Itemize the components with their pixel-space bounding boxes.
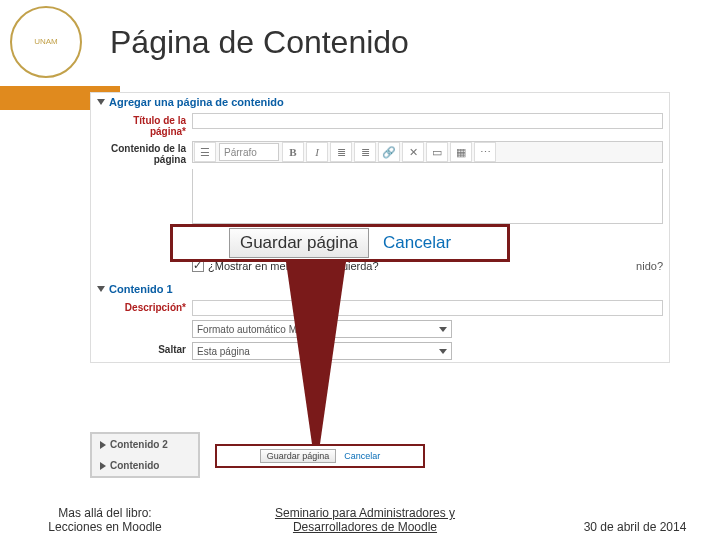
link-icon[interactable]: 🔗 <box>378 142 400 162</box>
content-editor[interactable] <box>192 169 663 224</box>
chevron-right-icon <box>100 441 106 449</box>
section-content-1[interactable]: Contenido 1 <box>91 280 669 298</box>
section-label: Agregar una página de contenido <box>109 96 284 108</box>
slide-footer: Mas allá del libro: Lecciones en Moodle … <box>0 506 720 534</box>
media-icon[interactable]: ▦ <box>450 142 472 162</box>
chevron-down-icon <box>439 327 447 332</box>
callout-pointer <box>286 262 346 458</box>
section-content[interactable]: Contenido <box>94 457 196 474</box>
bottom-button-row: Guardar página Cancelar <box>215 444 425 468</box>
cancel-link-small[interactable]: Cancelar <box>344 451 380 461</box>
chevron-down-icon <box>439 349 447 354</box>
unlink-icon[interactable]: ✕ <box>402 142 424 162</box>
slide-title: Página de Contenido <box>110 24 409 61</box>
page-content-label: Contenido de la página <box>97 141 192 165</box>
section-add-content-page[interactable]: Agregar una página de contenido <box>91 93 669 111</box>
unam-logo: UNAM <box>10 6 82 78</box>
footer-center-2: Desarrolladores de Moodle <box>180 520 550 534</box>
page-title-input[interactable] <box>192 113 663 129</box>
description-label: Descripción* <box>97 300 192 313</box>
footer-left-2: Lecciones en Moodle <box>30 520 180 534</box>
save-callout: Guardar página Cancelar <box>170 224 510 262</box>
toolbar-btn[interactable]: ☰ <box>194 142 216 162</box>
number-list-icon[interactable]: ≣ <box>354 142 376 162</box>
chevron-down-icon <box>97 99 105 105</box>
italic-icon[interactable]: I <box>306 142 328 162</box>
collapsed-sections-box: Contenido 2 Contenido <box>90 432 200 478</box>
more-icon[interactable]: ⋯ <box>474 142 496 162</box>
jump-label: Saltar <box>97 342 192 355</box>
bullet-list-icon[interactable]: ≣ <box>330 142 352 162</box>
section-label: Contenido 1 <box>109 283 173 295</box>
cancel-link[interactable]: Cancelar <box>383 233 451 253</box>
page-title-label: Título de la página* <box>97 113 192 137</box>
bold-icon[interactable]: B <box>282 142 304 162</box>
truncated-label: nido? <box>636 260 663 272</box>
save-page-button[interactable]: Guardar página <box>229 228 369 258</box>
chevron-down-icon <box>97 286 105 292</box>
section-content-2[interactable]: Contenido 2 <box>94 436 196 453</box>
footer-left-1: Mas allá del libro: <box>30 506 180 520</box>
paragraph-select[interactable]: Párrafo <box>219 143 279 161</box>
footer-center-1: Seminario para Administradores y <box>180 506 550 520</box>
description-input[interactable] <box>192 300 663 316</box>
chevron-right-icon <box>100 462 106 470</box>
footer-date: 30 de abril de 2014 <box>550 520 720 534</box>
save-page-button-small[interactable]: Guardar página <box>260 449 337 463</box>
image-icon[interactable]: ▭ <box>426 142 448 162</box>
svg-marker-0 <box>286 262 346 458</box>
editor-toolbar: ☰ Párrafo B I ≣ ≣ 🔗 ✕ ▭ ▦ ⋯ <box>192 141 663 163</box>
